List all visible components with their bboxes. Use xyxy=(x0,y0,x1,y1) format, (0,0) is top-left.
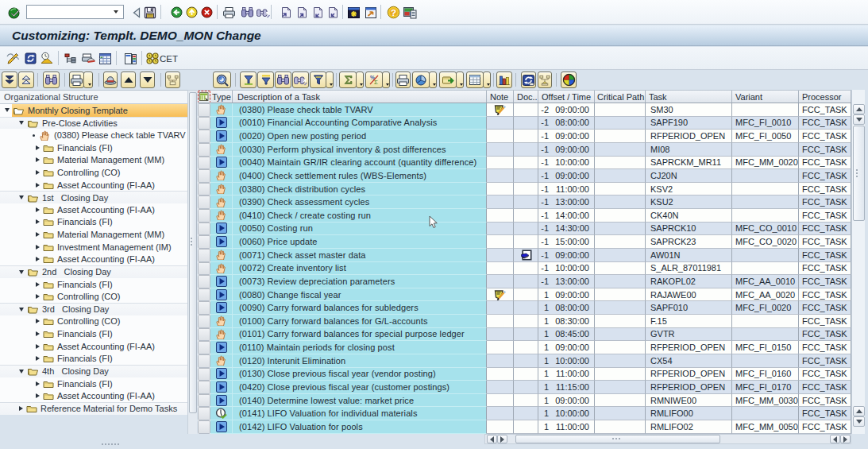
svg-text:?: ? xyxy=(390,8,395,17)
